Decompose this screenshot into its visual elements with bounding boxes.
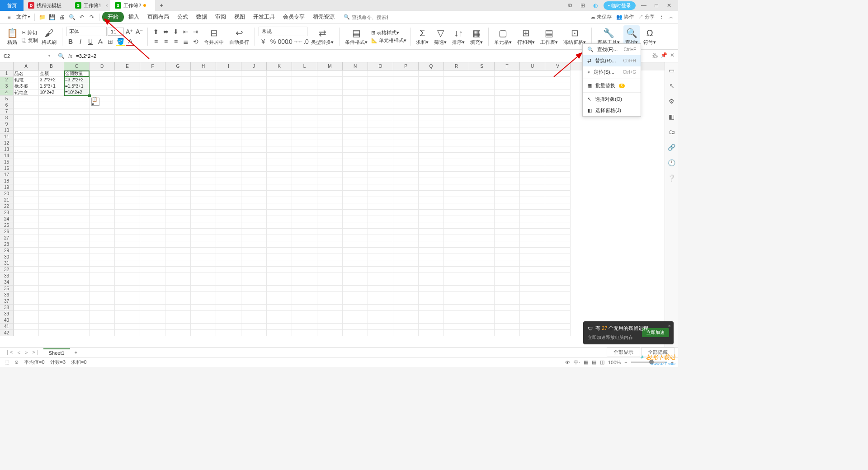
cell[interactable] bbox=[115, 210, 140, 216]
cell[interactable] bbox=[545, 241, 571, 248]
cell[interactable] bbox=[140, 286, 165, 292]
cell[interactable] bbox=[39, 222, 64, 229]
cell[interactable]: 铅笔盒 bbox=[14, 89, 39, 96]
cell[interactable] bbox=[292, 248, 317, 254]
cell[interactable] bbox=[343, 89, 368, 96]
cell[interactable] bbox=[191, 311, 216, 317]
cell[interactable] bbox=[317, 298, 343, 305]
save-icon[interactable]: 💾 bbox=[47, 13, 57, 22]
cell[interactable] bbox=[520, 191, 545, 197]
row-header[interactable]: 18 bbox=[0, 178, 14, 184]
cell[interactable] bbox=[545, 159, 571, 165]
cell[interactable] bbox=[241, 330, 267, 336]
column-header[interactable]: A bbox=[14, 62, 39, 70]
cell[interactable] bbox=[317, 286, 343, 292]
more-icon[interactable]: ⋮ bbox=[659, 14, 664, 20]
cell[interactable] bbox=[520, 127, 545, 134]
cell[interactable] bbox=[115, 235, 140, 241]
cell[interactable] bbox=[469, 279, 495, 286]
cell[interactable] bbox=[14, 229, 39, 235]
cell[interactable] bbox=[267, 127, 292, 134]
cell[interactable] bbox=[14, 96, 39, 102]
cell[interactable] bbox=[165, 89, 191, 96]
cell[interactable] bbox=[39, 248, 64, 254]
cell[interactable] bbox=[115, 191, 140, 197]
cell[interactable] bbox=[444, 254, 469, 260]
cell[interactable] bbox=[115, 146, 140, 153]
cell[interactable] bbox=[90, 254, 115, 260]
cell[interactable] bbox=[140, 317, 165, 324]
cell[interactable] bbox=[419, 330, 444, 336]
cell[interactable] bbox=[241, 159, 267, 165]
cell[interactable] bbox=[317, 241, 343, 248]
cell[interactable] bbox=[191, 254, 216, 260]
cell[interactable] bbox=[393, 260, 419, 267]
cell[interactable] bbox=[317, 191, 343, 197]
cell[interactable] bbox=[216, 134, 241, 140]
menu-tab-review[interactable]: 审阅 bbox=[212, 12, 230, 22]
cell[interactable] bbox=[115, 115, 140, 121]
bold-icon[interactable]: B bbox=[66, 37, 75, 46]
row-header[interactable]: 3 bbox=[0, 83, 14, 89]
cell[interactable] bbox=[317, 216, 343, 222]
cell[interactable] bbox=[469, 330, 495, 336]
cell[interactable] bbox=[520, 292, 545, 298]
cell[interactable] bbox=[267, 210, 292, 216]
cell[interactable] bbox=[317, 178, 343, 184]
cell[interactable] bbox=[469, 260, 495, 267]
cell[interactable] bbox=[444, 241, 469, 248]
cell[interactable] bbox=[444, 298, 469, 305]
cell[interactable] bbox=[165, 83, 191, 89]
cell[interactable] bbox=[140, 210, 165, 216]
cell[interactable] bbox=[115, 197, 140, 203]
cell[interactable] bbox=[292, 273, 317, 279]
strike-icon[interactable]: A̶ bbox=[96, 37, 105, 46]
cell[interactable] bbox=[90, 134, 115, 140]
cell[interactable] bbox=[520, 134, 545, 140]
cell[interactable] bbox=[241, 254, 267, 260]
cell[interactable] bbox=[495, 235, 520, 241]
cell[interactable] bbox=[216, 235, 241, 241]
cell[interactable] bbox=[343, 222, 368, 229]
cell[interactable] bbox=[191, 102, 216, 108]
cell[interactable] bbox=[292, 146, 317, 153]
percent-icon[interactable]: % bbox=[269, 37, 278, 46]
cell[interactable] bbox=[317, 311, 343, 317]
cell[interactable] bbox=[165, 330, 191, 336]
cell[interactable] bbox=[241, 324, 267, 330]
cell[interactable] bbox=[317, 108, 343, 115]
chinese-icon[interactable]: 中· bbox=[574, 359, 580, 366]
cell[interactable] bbox=[241, 134, 267, 140]
cell[interactable] bbox=[393, 178, 419, 184]
cell[interactable] bbox=[317, 153, 343, 159]
cond-format-icon[interactable]: ▤ bbox=[350, 27, 362, 39]
cell[interactable] bbox=[39, 305, 64, 311]
cell[interactable] bbox=[393, 83, 419, 89]
wrap-icon[interactable]: ↩ bbox=[233, 27, 245, 39]
cell[interactable] bbox=[140, 197, 165, 203]
cell[interactable] bbox=[241, 178, 267, 184]
cell[interactable] bbox=[267, 235, 292, 241]
cell[interactable] bbox=[393, 324, 419, 330]
cell[interactable] bbox=[140, 102, 165, 108]
cell[interactable] bbox=[14, 279, 39, 286]
cell[interactable] bbox=[14, 324, 39, 330]
cell[interactable] bbox=[64, 153, 90, 159]
select-all-corner[interactable] bbox=[0, 62, 14, 70]
cell[interactable] bbox=[115, 298, 140, 305]
cell[interactable] bbox=[368, 330, 393, 336]
cell[interactable] bbox=[368, 165, 393, 172]
row-header[interactable]: 17 bbox=[0, 172, 14, 178]
cell[interactable] bbox=[90, 273, 115, 279]
cell[interactable] bbox=[14, 260, 39, 267]
cell[interactable] bbox=[267, 203, 292, 210]
dec-inc-icon[interactable]: .0→ bbox=[288, 37, 297, 46]
cell[interactable] bbox=[191, 83, 216, 89]
column-header[interactable]: I bbox=[216, 62, 241, 70]
cell[interactable] bbox=[368, 286, 393, 292]
cell[interactable] bbox=[368, 146, 393, 153]
cell[interactable] bbox=[317, 248, 343, 254]
cell[interactable] bbox=[115, 279, 140, 286]
cell[interactable] bbox=[368, 127, 393, 134]
cell[interactable] bbox=[469, 311, 495, 317]
